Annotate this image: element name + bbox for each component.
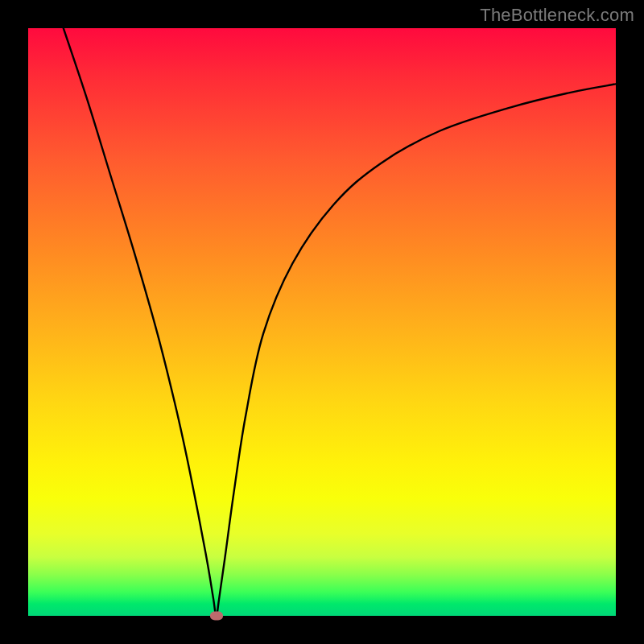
watermark-text: TheBottleneck.com — [480, 5, 634, 26]
bottleneck-curve — [64, 28, 616, 616]
chart-frame: TheBottleneck.com — [0, 0, 644, 644]
plot-area — [28, 28, 616, 616]
minimum-marker — [210, 612, 223, 621]
curve-svg — [28, 28, 616, 616]
